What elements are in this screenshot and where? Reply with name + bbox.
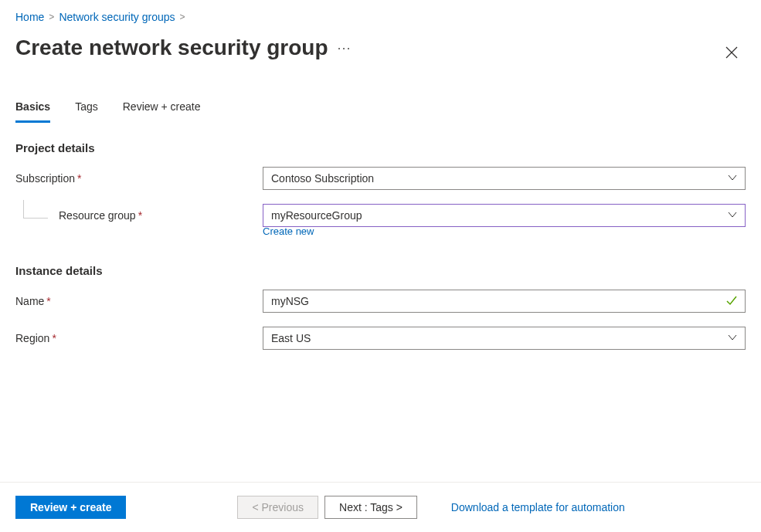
- breadcrumb-nsg-list[interactable]: Network security groups: [59, 11, 175, 23]
- page-title: Create network security group ···: [15, 36, 746, 60]
- required-marker: *: [46, 295, 50, 307]
- breadcrumb-home[interactable]: Home: [15, 11, 44, 23]
- subscription-label: Subscription *: [15, 172, 263, 185]
- more-icon[interactable]: ···: [338, 40, 352, 56]
- required-marker: *: [77, 172, 81, 185]
- required-marker: *: [138, 209, 142, 222]
- tabs: Basics Tags Review + create: [15, 100, 746, 123]
- subscription-select[interactable]: [263, 167, 746, 190]
- next-button[interactable]: Next : Tags >: [324, 496, 417, 519]
- region-label: Region *: [15, 332, 263, 344]
- tab-basics[interactable]: Basics: [15, 100, 50, 123]
- chevron-right-icon: >: [180, 12, 185, 22]
- region-label-text: Region: [15, 332, 49, 344]
- page-title-text: Create network security group: [15, 36, 328, 60]
- resource-group-label-text: Resource group: [59, 209, 136, 222]
- name-label: Name *: [15, 295, 263, 307]
- previous-button: < Previous: [237, 496, 318, 519]
- section-instance-details: Instance details: [15, 264, 746, 277]
- close-icon[interactable]: [725, 46, 738, 62]
- tree-line-icon: [23, 200, 48, 219]
- region-select[interactable]: [263, 327, 746, 350]
- review-create-button[interactable]: Review + create: [15, 496, 126, 519]
- footer: Review + create < Previous Next : Tags >…: [0, 483, 761, 532]
- section-project-details: Project details: [15, 141, 746, 154]
- chevron-right-icon: >: [49, 12, 54, 22]
- name-field[interactable]: [263, 290, 746, 313]
- download-template-link[interactable]: Download a template for automation: [451, 501, 625, 513]
- subscription-label-text: Subscription: [15, 172, 75, 185]
- create-new-rg-link[interactable]: Create new: [263, 225, 314, 237]
- tab-review-create[interactable]: Review + create: [123, 100, 201, 123]
- required-marker: *: [52, 332, 56, 344]
- breadcrumb: Home > Network security groups >: [15, 11, 746, 23]
- tab-tags[interactable]: Tags: [75, 100, 98, 123]
- name-label-text: Name: [15, 295, 44, 307]
- resource-group-label: Resource group *: [15, 209, 263, 222]
